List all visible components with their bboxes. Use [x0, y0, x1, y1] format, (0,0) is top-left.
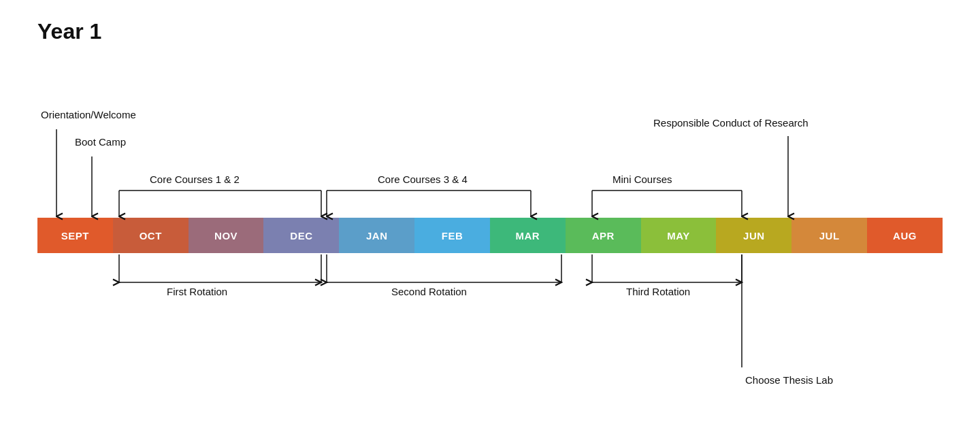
third-rotation-label: Third Rotation	[626, 286, 690, 297]
month-nov: NOV	[189, 218, 264, 253]
core12-label: Core Courses 1 & 2	[150, 173, 240, 185]
month-aug: AUG	[867, 218, 943, 253]
month-apr: APR	[566, 218, 641, 253]
orientation-label: Orientation/Welcome	[41, 109, 136, 120]
month-feb: FEB	[414, 218, 490, 253]
arrows-overlay	[0, 0, 980, 430]
month-mar: MAR	[490, 218, 566, 253]
month-may: MAY	[641, 218, 717, 253]
month-oct: OCT	[113, 218, 189, 253]
month-jun: JUN	[716, 218, 791, 253]
month-sept: SEPT	[37, 218, 113, 253]
first-rotation-label: First Rotation	[167, 286, 227, 297]
month-jan: JAN	[339, 218, 414, 253]
bootcamp-label: Boot Camp	[75, 136, 126, 148]
month-dec: DEC	[263, 218, 339, 253]
thesis-lab-label: Choose Thesis Lab	[745, 374, 833, 386]
core34-label: Core Courses 3 & 4	[378, 173, 468, 185]
rcr-label: Responsible Conduct of Research	[653, 117, 808, 129]
minicourses-label: Mini Courses	[612, 173, 672, 185]
month-jul: JUL	[791, 218, 867, 253]
page-title: Year 1	[37, 19, 101, 44]
second-rotation-label: Second Rotation	[391, 286, 467, 297]
timeline-bar: SEPTOCTNOVDECJANFEBMARAPRMAYJUNJULAUG	[37, 218, 943, 253]
